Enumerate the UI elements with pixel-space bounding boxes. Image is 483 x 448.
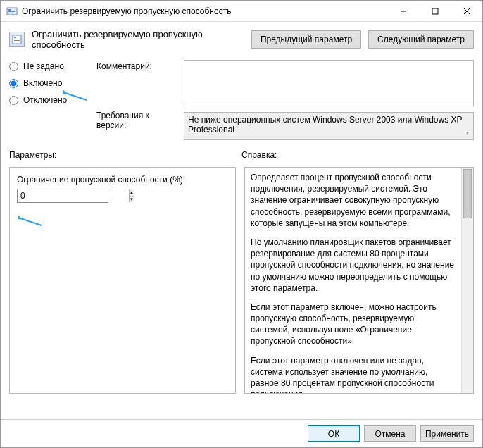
- policy-icon: [9, 32, 25, 47]
- header-title: Ограничить резервируемую пропускную спос…: [32, 29, 244, 50]
- radio-not-configured-input[interactable]: [9, 62, 18, 71]
- ok-button[interactable]: ОК: [308, 425, 360, 442]
- radio-not-configured-label: Не задано: [23, 61, 64, 71]
- radio-disabled-label: Отключено: [23, 95, 67, 105]
- field-labels-column: Комментарий: Требования к версии:: [96, 60, 181, 140]
- comment-input[interactable]: [184, 60, 474, 106]
- chevron-down-icon: ▾: [463, 130, 472, 138]
- titlebar: Ограничить резервируемую пропускную спос…: [1, 1, 482, 22]
- app-icon: [6, 6, 18, 17]
- radio-enabled[interactable]: Включено: [9, 78, 94, 88]
- main-columns: Ограничение пропускной способности (%): …: [1, 163, 482, 394]
- apply-button[interactable]: Применить: [420, 425, 474, 442]
- upper-grid: Не задано Включено Отключено Комментарий…: [1, 56, 482, 143]
- footer: ОК Отмена Применить: [1, 419, 482, 447]
- help-p4: Если этот параметр отключен или не задан…: [251, 355, 456, 393]
- bandwidth-limit-label: Ограничение пропускной способности (%):: [17, 175, 228, 185]
- svg-rect-9: [14, 37, 16, 38]
- window-controls: [387, 1, 482, 22]
- spin-down-button[interactable]: ▼: [130, 197, 134, 203]
- requirements-box: Не ниже операционных систем Windows Serv…: [184, 112, 474, 140]
- svg-rect-5: [432, 8, 438, 14]
- svg-rect-3: [8, 13, 15, 13]
- radio-enabled-label: Включено: [23, 78, 62, 88]
- maximize-button[interactable]: [419, 1, 451, 22]
- window-title: Ограничить резервируемую пропускную спос…: [22, 6, 387, 16]
- spin-up-button[interactable]: ▲: [130, 189, 134, 197]
- svg-rect-2: [8, 11, 15, 12]
- help-p1: Определяет процент пропускной способност…: [251, 172, 456, 229]
- header-row: Ограничить резервируемую пропускную спос…: [1, 22, 482, 56]
- bandwidth-input[interactable]: [18, 189, 129, 202]
- radio-enabled-input[interactable]: [9, 79, 18, 88]
- help-scrollbar[interactable]: [461, 168, 473, 393]
- bandwidth-spinner[interactable]: ▲ ▼: [17, 189, 108, 203]
- comment-label: Комментарий:: [96, 61, 181, 71]
- radio-not-configured[interactable]: Не задано: [9, 61, 94, 71]
- close-button[interactable]: [451, 1, 482, 22]
- help-p3: Если этот параметр включен, можно настро…: [251, 301, 456, 347]
- scrollbar-thumb[interactable]: [463, 169, 472, 218]
- radio-disabled-input[interactable]: [9, 96, 18, 105]
- help-panel: Определяет процент пропускной способност…: [245, 168, 461, 393]
- requirements-text: Не ниже операционных систем Windows Serv…: [188, 115, 462, 135]
- requirements-label: Требования к версии:: [96, 111, 181, 130]
- params-section-label: Параметры:: [9, 150, 242, 160]
- svg-rect-10: [14, 39, 20, 39]
- parameters-panel: Ограничение пропускной способности (%): …: [9, 167, 236, 394]
- next-setting-button[interactable]: Следующий параметр: [368, 30, 474, 49]
- fields-column: Не ниже операционных систем Windows Serv…: [184, 60, 474, 140]
- state-radio-group: Не задано Включено Отключено: [9, 60, 94, 140]
- cancel-button[interactable]: Отмена: [364, 425, 416, 442]
- minimize-button[interactable]: [387, 1, 419, 22]
- previous-setting-button[interactable]: Предыдущий параметр: [251, 30, 361, 49]
- help-p2: По умолчанию планировщик пакетов огранич…: [251, 237, 456, 294]
- svg-rect-11: [14, 40, 20, 41]
- section-labels: Параметры: Справка:: [1, 143, 482, 163]
- radio-disabled[interactable]: Отключено: [9, 95, 94, 105]
- help-section-label: Справка:: [242, 150, 474, 160]
- help-panel-wrap: Определяет процент пропускной способност…: [244, 167, 474, 394]
- svg-rect-1: [8, 9, 11, 11]
